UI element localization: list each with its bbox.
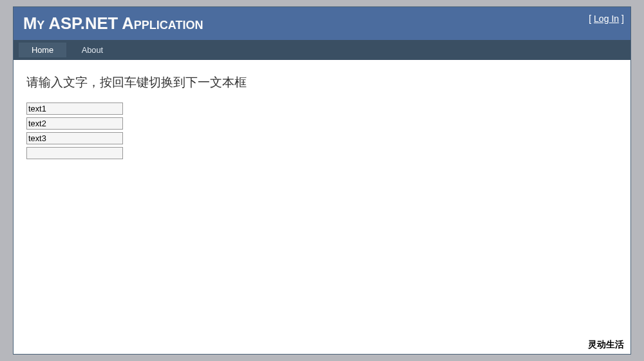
nav-item-home[interactable]: Home	[19, 43, 66, 57]
page-container: My ASP.NET Application [ Log In ] Home A…	[13, 6, 631, 355]
text-input-2[interactable]	[26, 117, 123, 130]
page-heading: 请输入文字，按回车键切换到下一文本框	[26, 74, 618, 91]
nav-link-about[interactable]: About	[69, 43, 116, 57]
input-stack	[26, 102, 618, 159]
text-input-1[interactable]	[26, 102, 123, 115]
footer-credit: 灵动生活	[588, 338, 624, 351]
header: My ASP.NET Application [ Log In ] Home A…	[14, 7, 630, 60]
text-input-3[interactable]	[26, 132, 123, 144]
site-title-wrap: My ASP.NET Application	[14, 7, 203, 40]
login-display: [ Log In ]	[589, 7, 630, 24]
nav-menu: Home About	[14, 40, 630, 60]
login-link[interactable]: Log In	[594, 14, 619, 24]
site-title: My ASP.NET Application	[14, 7, 203, 40]
text-input-4[interactable]	[26, 147, 123, 159]
main-content: 请输入文字，按回车键切换到下一文本框	[19, 68, 625, 313]
login-bracket-open: [	[589, 14, 594, 24]
nav-item-about[interactable]: About	[69, 43, 116, 57]
nav-link-home[interactable]: Home	[19, 43, 66, 57]
login-bracket-close: ]	[619, 14, 624, 24]
